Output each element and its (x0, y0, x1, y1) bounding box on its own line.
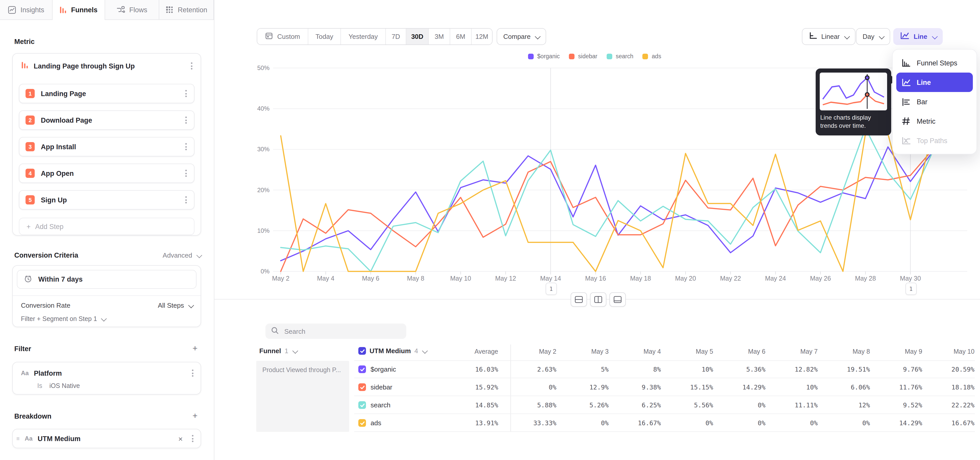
add-filter-button[interactable]: + (189, 343, 200, 354)
step-number-badge: 3 (25, 142, 35, 151)
filter-operator[interactable]: Is (37, 382, 42, 390)
string-type-icon: Aa (25, 435, 33, 442)
conversion-criteria-title: Conversion Criteria (14, 251, 162, 259)
search-input[interactable] (283, 327, 401, 335)
step-number-badge: 2 (25, 115, 35, 125)
tab-label: Insights (21, 6, 44, 14)
table-funnel-dropdown[interactable]: Funnel1 (259, 347, 297, 355)
layout-split-v-button[interactable] (590, 292, 606, 307)
column-header: May 6 (748, 348, 765, 355)
series-checkbox[interactable] (358, 383, 366, 391)
funnel-dropdown-label: Funnel (259, 347, 281, 355)
table-breakdown-dropdown[interactable]: UTM Medium4 (358, 347, 426, 355)
annotation-badge[interactable]: 1 (905, 283, 916, 295)
layout-bottom-button[interactable] (609, 292, 626, 307)
metric-icon (901, 117, 911, 126)
series-name: ads (371, 419, 381, 427)
layout-split-h-button[interactable] (571, 292, 587, 307)
kebab-icon[interactable] (189, 60, 194, 72)
table-cell: 0% (758, 401, 765, 409)
column-header: May 3 (591, 348, 609, 355)
table-cell: 6.06% (851, 383, 870, 391)
step-label: Sign Up (41, 196, 177, 204)
menu-item-bar[interactable]: Bar (896, 92, 973, 112)
retention-icon (165, 6, 173, 14)
funnel-step-1[interactable]: 1Landing Page (19, 84, 194, 103)
funnel-step-3[interactable]: 3App Install (19, 137, 194, 157)
tab-label: Retention (178, 6, 207, 14)
drag-handle-icon[interactable]: ≡ (16, 436, 20, 442)
kebab-icon[interactable] (190, 367, 196, 379)
y-axis-label: 20% (257, 187, 269, 193)
table-cell: 9.76% (903, 366, 922, 373)
menu-item-line[interactable]: Line (896, 73, 973, 92)
sidebar: InsightsFunnelsFlowsRetention Metric Lan… (0, 0, 215, 460)
breakdown-dropdown-count: 4 (414, 347, 418, 355)
x-axis-label: May 18 (630, 275, 651, 282)
table-cell: 11.76% (899, 383, 922, 391)
add-step-button[interactable]: + Add Step (19, 218, 194, 235)
tooltip-mini-chart (820, 73, 887, 110)
table-cell: 6.25% (641, 401, 661, 409)
series-checkbox[interactable] (358, 366, 366, 373)
advanced-label: Advanced (162, 251, 192, 259)
breakdown-checkbox[interactable] (358, 347, 366, 355)
add-breakdown-button[interactable]: + (189, 411, 200, 421)
metric-card: Landing Page through Sign Up 1Landing Pa… (12, 53, 201, 236)
x-axis-label: May 14 (540, 275, 561, 282)
bar-icon (901, 97, 911, 106)
funnel-step-4[interactable]: 4App Open (19, 164, 194, 183)
x-axis-label: May 16 (585, 275, 606, 282)
step-number-badge: 4 (25, 169, 35, 178)
table-row: $organic16.03%2.63%5%8%10%5.36%12.82%19.… (215, 360, 980, 378)
breakdown-card[interactable]: ≡ Aa UTM Medium × (12, 429, 201, 448)
x-axis-label: May 2 (272, 275, 290, 282)
conversion-rate-dropdown[interactable]: All Steps (158, 302, 192, 309)
series-checkbox[interactable] (358, 419, 366, 427)
x-axis-label: May 4 (317, 275, 334, 282)
x-axis-label: May 30 (900, 275, 921, 282)
y-axis-label: 10% (257, 227, 269, 234)
filter-value[interactable]: iOS Native (49, 382, 80, 390)
table-cell: 8% (653, 366, 661, 373)
x-axis-label: May 20 (675, 275, 696, 282)
filter-card[interactable]: Aa Platform Is iOS Native (12, 362, 201, 395)
menu-item-funnel-steps[interactable]: Funnel Steps (896, 53, 973, 73)
series-checkbox[interactable] (358, 401, 366, 409)
breakdown-dropdown-label: UTM Medium (369, 347, 411, 355)
series-name: search (371, 401, 390, 409)
table-row: search14.85%5.88%5.26%6.25%5.56%0%11.11%… (215, 396, 980, 414)
tab-insights[interactable]: Insights (0, 0, 52, 19)
y-axis-label: 0% (261, 268, 269, 275)
x-axis-label: May 26 (810, 275, 831, 282)
step-number-badge: 5 (25, 195, 35, 204)
chevron-down-icon (101, 316, 107, 321)
kebab-icon[interactable] (183, 141, 189, 152)
table-cell: 33.33% (533, 419, 556, 427)
kebab-icon[interactable] (183, 194, 189, 206)
filter-segment-dropdown[interactable]: Filter + Segment on Step 1 (21, 315, 105, 323)
x-axis-label: May 28 (855, 275, 876, 282)
chevron-down-icon (188, 302, 193, 308)
tab-funnels[interactable]: Funnels (52, 0, 105, 19)
funnel-metric-icon (21, 61, 29, 71)
filter-property: Platform (34, 369, 185, 377)
kebab-icon[interactable] (183, 88, 189, 99)
tab-flows[interactable]: Flows (105, 0, 159, 19)
plus-icon: + (27, 223, 30, 230)
kebab-icon[interactable] (183, 168, 189, 179)
funnel-steps: 1Landing Page2Download Page3App Install4… (19, 84, 194, 217)
kebab-icon[interactable] (190, 433, 196, 444)
table-cell: 0% (705, 419, 713, 427)
close-icon[interactable]: × (176, 434, 185, 443)
annotation-badge[interactable]: 1 (546, 283, 557, 295)
funnel-step-2[interactable]: 2Download Page (19, 110, 194, 130)
tab-retention[interactable]: Retention (159, 0, 214, 19)
menu-item-metric[interactable]: Metric (896, 112, 973, 131)
funnel-step-5[interactable]: 5Sign Up (19, 190, 194, 209)
conversion-window-button[interactable]: Within 7 days (17, 270, 197, 289)
funnel-dropdown-count: 1 (285, 347, 288, 355)
column-header: May 9 (905, 348, 922, 355)
kebab-icon[interactable] (183, 115, 189, 126)
advanced-dropdown[interactable]: Advanced (162, 251, 200, 259)
